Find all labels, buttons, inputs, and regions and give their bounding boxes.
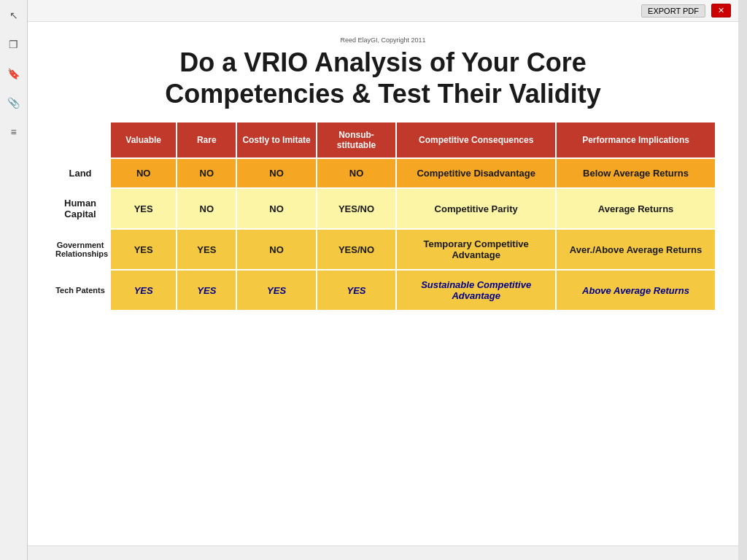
tp-valuable: YES xyxy=(110,270,177,311)
table-row: Tech Patents YES YES YES YES Sustainable… xyxy=(50,270,716,311)
bottom-bar xyxy=(28,545,738,560)
tp-consequences: Sustainable Competitive Advantage xyxy=(396,270,556,311)
row-label-gov-rel: Government Relationships xyxy=(50,229,110,270)
hc-nonsub: YES/NO xyxy=(317,188,396,229)
topbar: EXPORT PDF ✕ xyxy=(28,0,738,22)
hc-costly: NO xyxy=(236,188,316,229)
hc-valuable: YES xyxy=(110,188,177,229)
paperclip-icon[interactable]: 📎 xyxy=(6,95,22,111)
tp-implications: Above Average Returns xyxy=(556,270,716,311)
hc-consequences: Competitive Parity xyxy=(396,188,556,229)
hc-rare: NO xyxy=(177,188,236,229)
gr-consequences: Temporary Competitive Advantage xyxy=(396,229,556,270)
gr-implications: Aver./Above Average Returns xyxy=(556,229,716,270)
land-valuable: NO xyxy=(110,158,177,188)
gr-rare: YES xyxy=(177,229,236,270)
tp-costly: YES xyxy=(236,270,316,311)
copyright-text: Reed ElayGI, Copyright 2011 xyxy=(340,36,425,44)
slide-content: Reed ElayGI, Copyright 2011 Do a VRIO An… xyxy=(28,22,738,545)
gr-costly: NO xyxy=(236,229,316,270)
row-label-land: Land xyxy=(50,158,110,188)
tp-nonsub: YES xyxy=(317,270,396,311)
header-rare: Rare xyxy=(177,122,236,158)
header-nonsub: Nonsub-stitutable xyxy=(317,122,396,158)
bookmark-icon[interactable]: 🔖 xyxy=(6,66,22,82)
layers-icon[interactable]: ≡ xyxy=(6,124,22,140)
row-label-tech-patents: Tech Patents xyxy=(50,270,110,311)
land-implications: Below Average Returns xyxy=(556,158,716,188)
copy-icon[interactable]: ❐ xyxy=(6,36,22,52)
table-row: Human Capital YES NO NO YES/NO Competiti… xyxy=(50,188,716,229)
table-row: Land NO NO NO NO Competitive Disadvantag… xyxy=(50,158,716,188)
gr-valuable: YES xyxy=(110,229,177,270)
header-empty xyxy=(50,122,110,158)
gr-nonsub: YES/NO xyxy=(317,229,396,270)
cursor-icon[interactable]: ↖ xyxy=(6,7,22,23)
land-nonsub: NO xyxy=(317,158,396,188)
header-costly: Costly to Imitate xyxy=(236,122,316,158)
export-pdf-button[interactable]: EXPORT PDF xyxy=(641,4,705,18)
right-scrollbar[interactable] xyxy=(738,0,747,560)
row-label-human-capital: Human Capital xyxy=(50,188,110,229)
header-valuable: Valuable xyxy=(110,122,177,158)
hc-implications: Average Returns xyxy=(556,188,716,229)
header-consequences: Competitive Consequences xyxy=(396,122,556,158)
vrio-table: Valuable Rare Costly to Imitate Nonsub-s… xyxy=(50,121,716,311)
main-content: EXPORT PDF ✕ Reed ElayGI, Copyright 2011… xyxy=(28,0,738,560)
tp-rare: YES xyxy=(177,270,236,311)
close-button[interactable]: ✕ xyxy=(711,4,731,18)
slide-title: Do a VRIO Analysis of Your Core Competen… xyxy=(165,47,601,109)
header-implications: Performance Implications xyxy=(556,122,716,158)
land-rare: NO xyxy=(177,158,236,188)
left-sidebar: ↖ ❐ 🔖 📎 ≡ xyxy=(0,0,28,560)
table-row: Government Relationships YES YES NO YES/… xyxy=(50,229,716,270)
land-costly: NO xyxy=(236,158,316,188)
land-consequences: Competitive Disadvantage xyxy=(396,158,556,188)
